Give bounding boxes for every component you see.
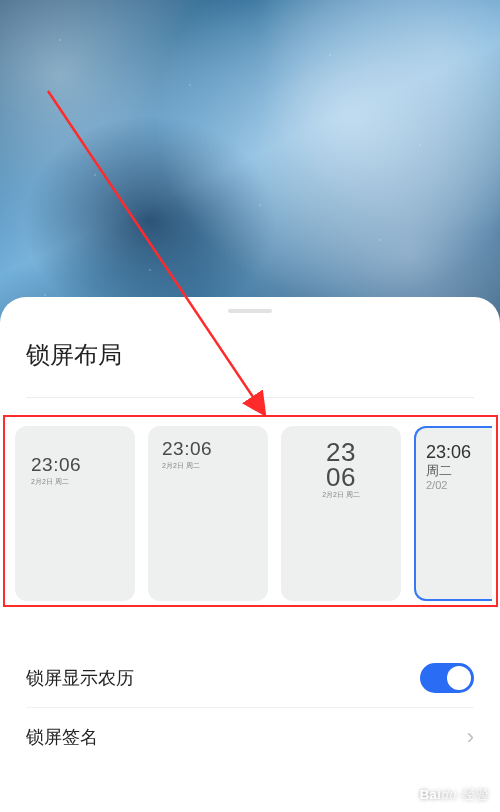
drag-handle[interactable] [228,309,272,313]
layout-option-2[interactable]: 23:06 2月2日 周二 [148,426,268,601]
wallpaper-image [0,0,500,340]
chevron-right-icon: › [467,724,474,750]
bottom-sheet-panel: 锁屏布局 23:06 2月2日 周二 23:06 2月2日 周二 23 06 2… [0,297,500,812]
layout-date: 2月2日 周二 [162,461,212,471]
lockscreen-layout-picker: 23:06 2月2日 周二 23:06 2月2日 周二 23 06 2月2日 周… [0,426,500,601]
setting-label: 锁屏显示农历 [26,666,134,690]
layout-option-1[interactable]: 23:06 2月2日 周二 [15,426,135,601]
setting-lock-signature[interactable]: 锁屏签名 › [0,708,500,766]
layout-date: 2月2日 周二 [281,490,401,500]
divider [26,397,474,398]
layout-option-3[interactable]: 23 06 2月2日 周二 [281,426,401,601]
layout-time: 23 06 [281,440,401,489]
layout-time: 23:06 [31,454,81,476]
toggle-on[interactable] [420,663,474,693]
layout-day: 周二 [426,462,471,480]
layout-date: 2/02 [426,479,471,491]
setting-label: 锁屏签名 [26,725,98,749]
layout-date: 2月2日 周二 [31,477,81,487]
panel-title: 锁屏布局 [0,339,500,371]
layout-time: 23:06 [426,442,471,463]
layout-time: 23:06 [162,438,212,460]
setting-lunar-calendar[interactable]: 锁屏显示农历 [0,649,500,707]
layout-option-4-selected[interactable]: 23:06 周二 2/02 [414,426,492,601]
